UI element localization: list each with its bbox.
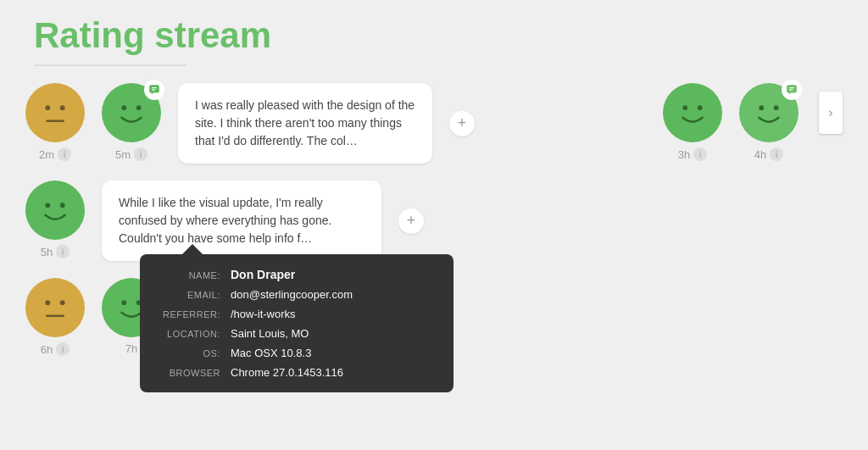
chat-icon xyxy=(148,84,160,96)
svg-point-6 xyxy=(136,105,142,110)
user-info-tooltip: NAME: Don Draper EMAIL: don@sterlingcoop… xyxy=(140,254,453,392)
smiley-happy-3 xyxy=(663,83,722,142)
svg-point-11 xyxy=(670,90,715,136)
svg-point-16 xyxy=(774,105,779,110)
tooltip-browser-value: Chrome 27.0.1453.116 xyxy=(231,366,343,379)
svg-point-2 xyxy=(60,105,65,110)
tooltip-location-row: LOCATION: Saint Louis, MO xyxy=(157,327,437,340)
stream-row-2: 5h i While I like the visual update, I'm… xyxy=(25,181,843,261)
smiley-happy-4 xyxy=(739,83,798,142)
info-icon-5[interactable]: i xyxy=(56,245,70,258)
smiley-time-1: 2m i xyxy=(39,147,71,161)
tooltip-referrer-value: /how-it-works xyxy=(231,308,296,320)
tooltip-email-value: don@sterlingcooper.com xyxy=(231,288,353,301)
svg-point-0 xyxy=(32,90,78,136)
face-neutral-svg-6 xyxy=(31,283,80,332)
tooltip-email-label: EMAIL: xyxy=(157,290,220,300)
comment-bubble-1: I was really pleased with the design of … xyxy=(178,83,432,164)
smiley-item-5: 5h i xyxy=(25,181,85,258)
svg-point-21 xyxy=(32,187,78,233)
expand-comment-btn-2[interactable]: + xyxy=(398,208,424,234)
smiley-neutral-1 xyxy=(25,83,85,142)
tooltip-arrow xyxy=(182,244,203,254)
face-happy-svg-5 xyxy=(31,186,80,235)
smiley-time-2: 5m i xyxy=(115,147,147,161)
face-neutral-svg xyxy=(31,88,80,137)
face-happy-svg-3 xyxy=(668,88,717,137)
expand-comment-btn-1[interactable]: + xyxy=(449,111,475,136)
tooltip-email-row: EMAIL: don@sterlingcooper.com xyxy=(157,288,437,301)
tooltip-os-row: OS: Mac OSX 10.8.3 xyxy=(157,347,437,359)
smiley-time-3: 3h i xyxy=(678,147,707,161)
comment-bubble-2: While I like the visual update, I'm real… xyxy=(102,181,381,261)
svg-point-5 xyxy=(121,105,126,110)
tooltip-browser-label: BROWSER xyxy=(157,368,220,378)
svg-point-15 xyxy=(759,105,764,110)
info-icon-2[interactable]: i xyxy=(134,147,147,161)
smiley-item-3: 3h i xyxy=(663,83,722,161)
smiley-time-5: 5h i xyxy=(41,245,70,258)
svg-point-1 xyxy=(45,105,50,110)
tooltip-name-label: NAME: xyxy=(157,270,220,281)
tooltip-referrer-row: REFERRER: /how-it-works xyxy=(157,308,437,320)
smiley-time-7: 7h xyxy=(125,342,137,355)
stream-row-1: 2m i xyxy=(25,83,843,164)
svg-point-13 xyxy=(698,105,703,110)
svg-marker-8 xyxy=(152,93,153,95)
tooltip-browser-row: BROWSER Chrome 27.0.1453.116 xyxy=(157,366,437,379)
smiley-happy-2 xyxy=(102,83,161,142)
tooltip-location-value: Saint Louis, MO xyxy=(231,327,309,340)
info-icon-1[interactable]: i xyxy=(58,147,71,161)
smiley-item-2: 5m i xyxy=(102,83,161,161)
chat-badge-4 xyxy=(782,80,802,100)
svg-rect-17 xyxy=(787,85,797,92)
info-icon-3[interactable]: i xyxy=(693,147,707,161)
svg-point-12 xyxy=(682,105,687,110)
tooltip-name-value: Don Draper xyxy=(231,268,295,281)
smiley-item-1: 2m i xyxy=(25,83,85,161)
chat-icon-4 xyxy=(786,84,798,96)
tooltip-name-row: NAME: Don Draper xyxy=(157,268,437,281)
svg-rect-7 xyxy=(149,85,159,92)
next-arrow-btn[interactable]: › xyxy=(819,92,843,134)
svg-point-25 xyxy=(45,300,50,305)
tooltip-os-value: Mac OSX 10.8.3 xyxy=(231,347,311,359)
page-title: Rating stream xyxy=(0,0,868,64)
svg-point-26 xyxy=(60,300,65,305)
smiley-time-4: 4h i xyxy=(754,147,783,161)
tooltip-referrer-label: REFERRER: xyxy=(157,309,220,319)
svg-point-22 xyxy=(45,203,50,208)
info-icon-4[interactable]: i xyxy=(770,147,783,161)
svg-point-23 xyxy=(60,203,65,208)
info-icon-6[interactable]: i xyxy=(56,342,70,356)
tooltip-location-label: LOCATION: xyxy=(157,329,220,339)
svg-marker-18 xyxy=(789,93,791,95)
chat-badge-2 xyxy=(144,80,164,100)
page-container: Rating stream 2m i xyxy=(0,0,868,450)
smiley-neutral-6 xyxy=(25,278,85,337)
smiley-time-6: 6h i xyxy=(41,342,70,356)
title-divider xyxy=(34,64,186,66)
svg-point-29 xyxy=(121,300,126,305)
tooltip-os-label: OS: xyxy=(157,348,220,358)
svg-point-24 xyxy=(32,285,78,331)
smiley-item-6: 6h i xyxy=(25,278,85,356)
smiley-item-4: 4h i xyxy=(739,83,798,161)
smiley-happy-5 xyxy=(25,181,85,240)
